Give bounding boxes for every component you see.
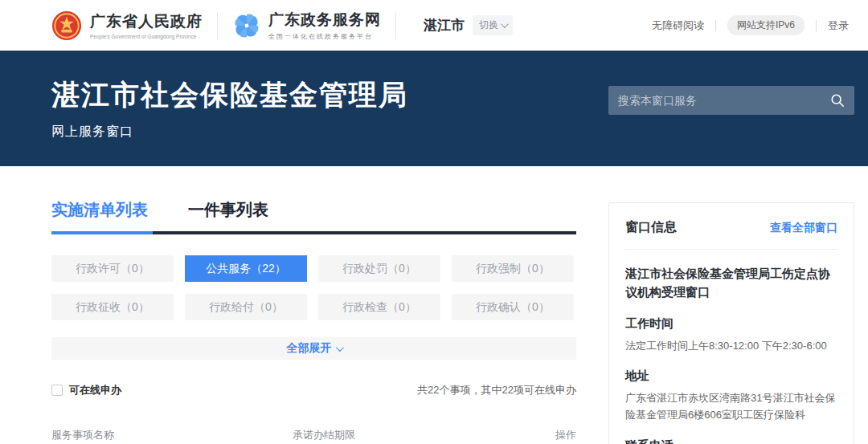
current-city: 湛江市 [424,16,465,35]
city-switch-button[interactable]: 切换 [473,15,513,35]
pinwheel-icon [232,11,261,40]
divider [395,12,396,39]
service-logo[interactable]: 广东政务服务网 全国一体化在线政务服务平台 [232,10,381,41]
address-value: 广东省湛江市赤坎区湾南路31号湛江市社会保险基金管理局6楼606室职工医疗保险科 [625,390,837,424]
category-filters: 行政许可（0） 公共服务（22） 行政处罚（0） 行政强制（0） 行政征收（0）… [51,255,576,320]
filter-gonggongfuwu[interactable]: 公共服务（22） [185,255,307,282]
filter-xingzhengqiangzhi[interactable]: 行政强制（0） [452,255,574,282]
ipv6-badge[interactable]: 网站支持IPv6 [727,15,805,35]
search-input[interactable] [618,94,830,107]
view-all-windows-link[interactable]: 查看全部窗口 [770,221,837,235]
tab-one-thing-list[interactable]: 一件事列表 [188,199,268,221]
service-logo-subtitle: 全国一体化在线政务服务平台 [268,32,381,41]
work-time-value: 法定工作时间上午8:30-12:00 下午2:30-6:00 [625,338,837,355]
service-logo-title: 广东政务服务网 [268,10,381,31]
filter-xingzhengxuke[interactable]: 行政许可（0） [51,255,174,282]
city-switch-label: 切换 [479,18,498,32]
items-summary: 共22个事项，其中22项可在线申办 [417,383,576,397]
divider [625,249,837,250]
city-selector: 湛江市 切换 [424,15,513,35]
top-bar: 广东省人民政府 People's Government of Guangdong… [0,0,868,51]
expand-all-button[interactable]: 全部展开 [51,337,576,360]
tab-implementation-list[interactable]: 实施清单列表 [51,199,148,221]
divider [217,12,218,39]
online-filter-checkbox[interactable] [51,385,63,396]
window-name: 湛江市社会保险基金管理局工伤定点协议机构受理窗口 [625,264,837,302]
window-info-card: 窗口信息 查看全部窗口 湛江市社会保险基金管理局工伤定点协议机构受理窗口 工作时… [608,202,854,444]
filter-xingzhenggeifu[interactable]: 行政给付（0） [185,294,307,320]
gov-logo[interactable]: 广东省人民政府 People's Government of Guangdong… [51,10,203,41]
main-column: 实施清单列表 一件事列表 行政许可（0） 公共服务（22） 行政处罚（0） 行政… [51,166,576,444]
phone-label: 联系电话 [625,438,837,444]
work-time-label: 工作时间 [625,316,837,332]
online-filter-row: 可在线申办 共22个事项，其中22项可在线申办 [51,383,576,397]
sidebar: 窗口信息 查看全部窗口 湛江市社会保险基金管理局工伤定点协议机构受理窗口 工作时… [608,166,854,444]
page-title: 湛江市社会保险基金管理局 [51,76,408,114]
tab-underline [51,231,576,234]
search-icon[interactable] [830,93,845,108]
gov-logo-title: 广东省人民政府 [90,11,203,32]
address-label: 地址 [625,369,837,384]
filter-xingzhengjiancha[interactable]: 行政检查（0） [318,294,440,320]
filter-xingzhengqueren[interactable]: 行政确认（0） [452,294,574,320]
column-header-service-name: 服务事项名称 [51,428,293,442]
divider [715,20,716,31]
filter-xingzhengchufa[interactable]: 行政处罚（0） [318,255,440,282]
column-header-time-limit: 承诺办结期限 [293,428,518,442]
window-info-title: 窗口信息 [625,219,677,236]
divider [816,20,817,31]
filter-xingzhengzhengshou[interactable]: 行政征收（0） [51,294,174,320]
tab-bar: 实施清单列表 一件事列表 [51,199,576,234]
login-link[interactable]: 登录 [828,18,849,33]
gov-logo-subtitle: People's Government of Guangdong Provinc… [90,34,203,39]
accessibility-link[interactable]: 无障碍阅读 [652,18,704,33]
chevron-down-icon [501,20,509,28]
active-tab-indicator [51,231,153,234]
online-filter-label: 可在线申办 [69,383,121,397]
hero-banner: 湛江市社会保险基金管理局 网上服务窗口 [0,51,868,166]
expand-all-label: 全部展开 [287,341,332,356]
search-box [608,86,854,115]
national-emblem-icon [51,10,82,41]
page-subtitle: 网上服务窗口 [51,124,408,141]
chevron-down-icon [335,344,343,352]
column-header-action: 操作 [555,428,576,442]
table-header-row: 服务事项名称 承诺办结期限 操作 [51,428,576,442]
